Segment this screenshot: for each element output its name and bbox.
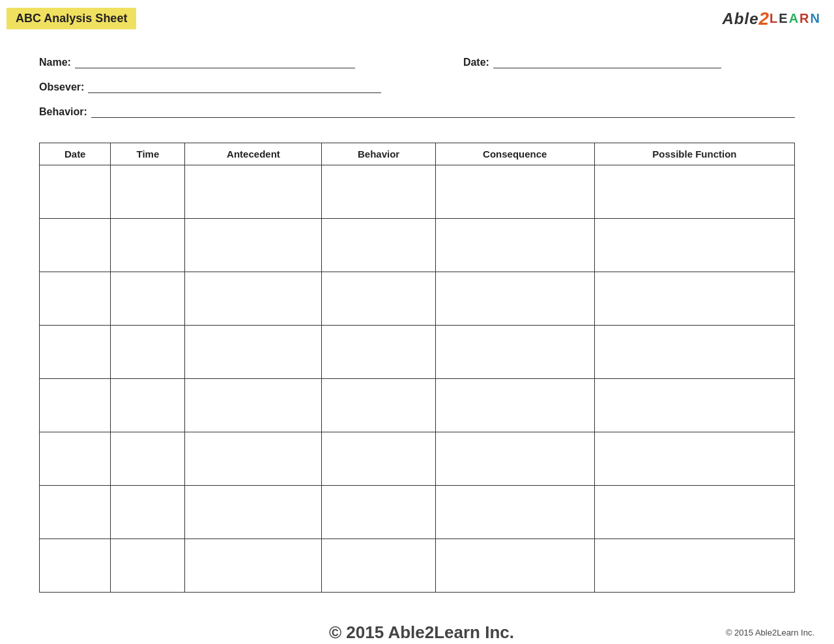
table-cell[interactable] [185,486,322,539]
table-cell[interactable] [185,165,322,219]
table-cell[interactable] [111,539,185,593]
name-group: Name: [39,55,437,68]
table-cell[interactable] [594,326,794,379]
table-cell[interactable] [40,165,111,219]
table-cell[interactable] [40,486,111,539]
table-cell[interactable] [435,165,594,219]
table-cell[interactable] [435,432,594,486]
table-cell[interactable] [322,219,435,272]
table-row[interactable] [40,379,795,432]
logo-text-learn: LEARN [769,11,821,26]
footer-right-text: © 2015 Able2Learn Inc. [726,628,814,637]
date-label: Date: [463,57,489,68]
col-antecedent: Antecedent [185,143,322,165]
table-cell[interactable] [185,272,322,326]
page-header: ABC Analysis Sheet Able 2 LEARN [0,0,834,36]
table-cell[interactable] [435,539,594,593]
table-cell[interactable] [111,219,185,272]
col-possible-function: Possible Function [594,143,794,165]
table-cell[interactable] [435,379,594,432]
form-section: Name: Date: Obsever: Behavior: [0,36,834,136]
col-consequence: Consequence [435,143,594,165]
behavior-row: Behavior: [39,105,795,118]
table-header-row: Date Time Antecedent Behavior Consequenc… [40,143,795,165]
table-cell[interactable] [111,486,185,539]
name-input-line[interactable] [75,55,355,68]
behavior-label: Behavior: [39,106,87,118]
page-footer: © 2015 Able2Learn Inc. © 2015 Able2Learn… [0,612,834,644]
page-title: ABC Analysis Sheet [7,8,136,29]
observer-row: Obsever: [39,80,795,93]
table-cell[interactable] [185,219,322,272]
table-cell[interactable] [594,219,794,272]
table-cell[interactable] [40,379,111,432]
table-row[interactable] [40,486,795,539]
table-cell[interactable] [111,379,185,432]
table-cell[interactable] [185,326,322,379]
logo: Able 2 LEARN [722,8,821,29]
table-cell[interactable] [322,379,435,432]
col-behavior: Behavior [322,143,435,165]
table-body [40,165,795,593]
table-cell[interactable] [322,539,435,593]
table-cell[interactable] [111,432,185,486]
table-cell[interactable] [40,272,111,326]
observer-input-line[interactable] [88,80,381,93]
table-cell[interactable] [322,272,435,326]
col-time: Time [111,143,185,165]
abc-table: Date Time Antecedent Behavior Consequenc… [39,143,795,593]
table-cell[interactable] [594,272,794,326]
table-cell[interactable] [40,326,111,379]
observer-group: Obsever: [39,80,795,93]
table-row[interactable] [40,539,795,593]
table-cell[interactable] [435,219,594,272]
table-row[interactable] [40,219,795,272]
table-cell[interactable] [185,432,322,486]
logo-text-2: 2 [759,8,770,29]
table-cell[interactable] [322,486,435,539]
table-row[interactable] [40,165,795,219]
table-cell[interactable] [594,432,794,486]
table-cell[interactable] [594,539,794,593]
behavior-group: Behavior: [39,105,795,118]
table-row[interactable] [40,326,795,379]
observer-label: Obsever: [39,81,84,93]
table-cell[interactable] [111,272,185,326]
table-cell[interactable] [40,219,111,272]
name-date-row: Name: Date: [39,55,795,68]
table-cell[interactable] [111,326,185,379]
table-cell[interactable] [435,272,594,326]
date-input-line[interactable] [493,55,721,68]
table-section: Date Time Antecedent Behavior Consequenc… [0,136,834,606]
table-cell[interactable] [322,326,435,379]
col-date: Date [40,143,111,165]
table-cell[interactable] [435,486,594,539]
table-cell[interactable] [322,165,435,219]
table-cell[interactable] [322,432,435,486]
table-cell[interactable] [185,379,322,432]
table-cell[interactable] [40,539,111,593]
table-cell[interactable] [40,432,111,486]
name-label: Name: [39,57,71,68]
table-cell[interactable] [185,539,322,593]
footer-center-text: © 2015 Able2Learn Inc. [117,623,726,643]
logo-text-able: Able [722,10,758,28]
date-group: Date: [463,55,795,68]
table-cell[interactable] [111,165,185,219]
table-cell[interactable] [594,379,794,432]
table-cell[interactable] [594,165,794,219]
table-cell[interactable] [435,326,594,379]
behavior-input-line[interactable] [91,105,795,118]
table-row[interactable] [40,432,795,486]
table-row[interactable] [40,272,795,326]
table-cell[interactable] [594,486,794,539]
